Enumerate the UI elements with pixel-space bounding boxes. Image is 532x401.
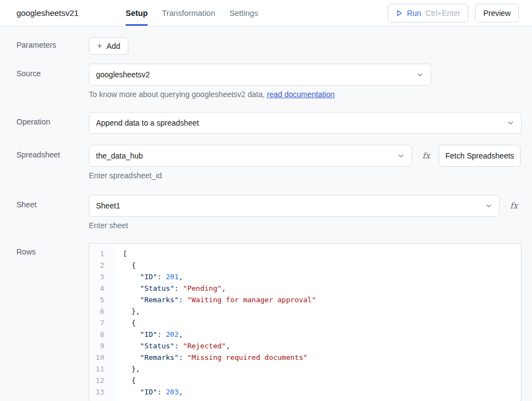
header-tabs: SetupTransformationSettings xyxy=(126,0,258,26)
tab-transformation[interactable]: Transformation xyxy=(162,0,215,26)
source-helper-text: To know more about querying googlesheets… xyxy=(89,90,267,99)
source-select[interactable]: googlesheetsv2 xyxy=(89,64,431,86)
fx-icon[interactable]: fx xyxy=(422,151,430,161)
rows-row: Rows 12345678910111213 [ { "ID": 201, "S… xyxy=(0,243,532,401)
fx-icon[interactable]: fx xyxy=(510,201,518,211)
operation-select-value: Append data to a spreadsheet xyxy=(96,118,199,127)
plus-icon: + xyxy=(97,42,102,50)
code-line: { xyxy=(123,259,521,271)
sheet-row: Sheet Sheet1 fx Enter sheet xyxy=(0,195,532,231)
code-line: "Status": "Pending", xyxy=(123,283,521,294)
query-header: googlesheetsv21 SetupTransformationSetti… xyxy=(0,0,532,26)
operation-row: Operation Append data to a spreadsheet xyxy=(0,112,532,134)
code-lines: [ { "ID": 201, "Status": "Pending", "Rem… xyxy=(118,244,521,401)
add-parameter-label: Add xyxy=(106,42,120,50)
tab-settings[interactable]: Settings xyxy=(229,0,258,26)
read-documentation-link[interactable]: read documentation xyxy=(267,90,335,99)
code-line: "Remarks": "Waiting for manager approval… xyxy=(123,294,521,306)
rows-label: Rows xyxy=(0,243,89,256)
chevron-down-icon xyxy=(416,71,424,78)
spreadsheet-select[interactable]: the_data_hub xyxy=(89,145,412,167)
fetch-spreadsheets-button[interactable]: Fetch Spreadsheets xyxy=(439,145,520,167)
code-line: }, xyxy=(123,306,521,317)
header-actions: Run Ctrl+Enter Preview xyxy=(388,0,519,26)
code-gutter: 12345678910111213 xyxy=(89,244,118,401)
sheet-helper: Enter sheet xyxy=(89,220,522,231)
code-line: "Status": "Rejected", xyxy=(123,340,521,352)
sheet-select[interactable]: Sheet1 xyxy=(89,195,500,217)
preview-button[interactable]: Preview xyxy=(475,4,519,22)
add-parameter-button[interactable]: + Add xyxy=(89,37,128,55)
spreadsheet-row: Spreadsheet the_data_hub fx Fetch Spread… xyxy=(0,145,532,181)
code-line: "ID": 201, xyxy=(123,271,521,283)
play-icon xyxy=(396,10,403,16)
code-line: { xyxy=(123,375,521,386)
spreadsheet-label: Spreadsheet xyxy=(0,145,89,159)
chevron-down-icon xyxy=(485,202,493,210)
source-label: Source xyxy=(0,64,89,78)
code-line: }, xyxy=(123,363,521,375)
source-helper: To know more about querying googlesheets… xyxy=(89,89,522,100)
run-button[interactable]: Run Ctrl+Enter xyxy=(388,4,468,22)
code-line: "ID": 203, xyxy=(123,386,521,398)
rows-code-editor[interactable]: 12345678910111213 [ { "ID": 201, "Status… xyxy=(89,243,522,401)
parameters-label: Parameters xyxy=(0,37,89,49)
chevron-down-icon xyxy=(507,119,514,127)
code-line: [ xyxy=(123,248,521,259)
operation-label: Operation xyxy=(0,112,89,126)
run-label: Run xyxy=(407,9,421,18)
chevron-down-icon xyxy=(397,152,405,160)
source-row: Source googlesheetsv2 To know more about… xyxy=(0,64,532,100)
operation-select[interactable]: Append data to a spreadsheet xyxy=(89,112,522,134)
code-line: "ID": 202, xyxy=(123,329,521,340)
tab-setup[interactable]: Setup xyxy=(126,0,148,26)
query-title: googlesheetsv21 xyxy=(16,0,126,26)
source-select-value: googlesheetsv2 xyxy=(96,70,150,79)
sheet-label: Sheet xyxy=(0,195,89,209)
spreadsheet-select-value: the_data_hub xyxy=(96,151,143,160)
code-line: { xyxy=(123,317,521,329)
spreadsheet-helper: Enter spreadsheet_id xyxy=(89,170,522,181)
sheet-select-value: Sheet1 xyxy=(96,201,120,210)
parameters-row: Parameters + Add xyxy=(0,37,532,55)
code-line: "Remarks": "Missing required documents" xyxy=(123,352,521,363)
run-shortcut: Ctrl+Enter xyxy=(426,9,460,18)
